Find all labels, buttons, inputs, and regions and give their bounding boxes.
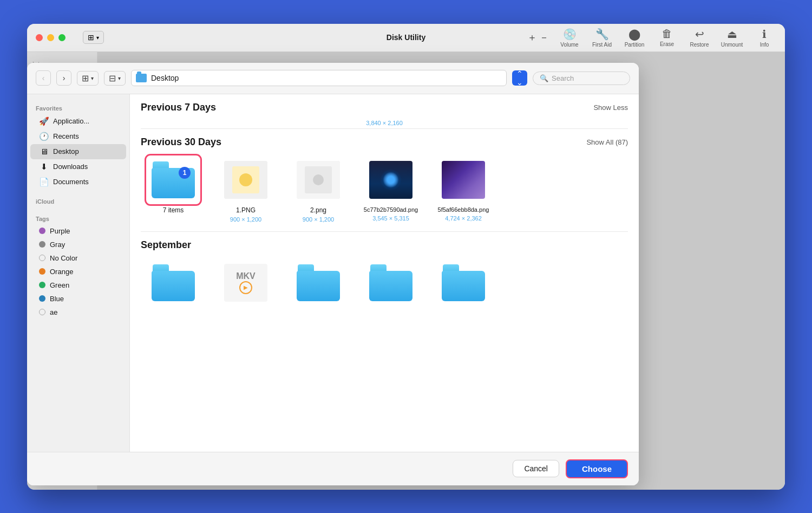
volume-icon: 💿 [563,28,577,41]
icloud-label: iCloud [27,194,129,207]
file-sidebar: Favorites 🚀 Applicatio... 🕐 Recents 🖥 De… [27,94,130,452]
erase-tool[interactable]: 🗑 Erase [655,28,679,47]
location-chevron[interactable]: ⌃⌄ [512,70,527,86]
sep-mkv-thumb-wrap: MKV ▶ [219,258,273,307]
5c77-dims: 3,545 × 5,315 [372,215,409,222]
volume-tool[interactable]: 💿 Volume [558,28,581,48]
sidebar-tag-gray[interactable]: Gray [30,238,126,251]
sidebar-tag-nocolor[interactable]: No Color [30,251,126,265]
sep-folder-4[interactable] [431,258,496,307]
orange-dot [39,268,45,275]
folder-badge: 1 [179,167,191,179]
file-item-1png[interactable]: 1.PNG 900 × 1,200 [213,155,278,223]
title-bar: ⊞ ▾ Disk Utility ＋ － 💿 Volume 🔧 First Ai… [27,24,785,52]
minimize-button[interactable] [47,34,54,41]
location-bar[interactable]: Desktop [131,70,507,86]
orange-label: Orange [50,268,73,276]
downloads-icon: ⬇ [39,162,49,172]
file-content: Previous 7 Days Show Less 3,840 × 2,160 … [130,94,639,452]
file-item-5c77[interactable]: 5c77b2b7590ad.png 3,545 × 5,315 [358,155,423,223]
close-button[interactable] [36,34,43,41]
firstaid-label: First Aid [592,42,612,48]
sidebar-item-applications[interactable]: 🚀 Applicatio... [30,114,126,129]
5c77-thumb [369,161,412,199]
sep-folder4-thumb-wrap [436,258,490,307]
sep-folder1-icon [152,264,195,301]
sidebar-tag-green[interactable]: Green [30,278,126,292]
nocolor-dot [39,255,45,261]
5f5af-thumb-wrap [436,155,490,204]
traffic-lights [36,34,66,41]
unmount-tool[interactable]: ⏏ Unmount [720,28,744,48]
erase-label: Erase [660,41,674,47]
purple-label: Purple [50,227,70,235]
partition-icon: ⬤ [628,28,640,41]
add-icon[interactable]: ＋ [527,31,537,44]
forward-button[interactable]: › [56,70,71,86]
back-button[interactable]: ‹ [36,70,51,86]
sep-folder-2[interactable] [286,258,351,307]
sidebar-item-desktop[interactable]: 🖥 Desktop [30,144,126,159]
sidebar-item-recents[interactable]: 🕐 Recents [30,129,126,144]
sidebar-tag-ae[interactable]: ae [30,306,126,319]
gray-label: Gray [50,241,65,249]
sep-folder-3[interactable] [358,258,423,307]
list-chevron-icon: ▾ [118,75,121,81]
5f5af-name: 5f5af66ebb8da.png [438,206,489,213]
sidebar-tag-orange[interactable]: Orange [30,265,126,278]
grid-icon: ⊞ [82,73,89,83]
info-tool[interactable]: ℹ Info [752,28,776,48]
2png-name: 2.png [310,206,326,214]
sep-mkv-file[interactable]: MKV ▶ [213,258,278,307]
restore-icon: ↩ [695,28,704,41]
prev30-show-link[interactable]: Show All (87) [586,138,628,146]
search-icon: 🔍 [540,74,548,82]
documents-icon: 📄 [39,177,49,187]
maximize-button[interactable] [58,34,66,41]
documents-label: Documents [53,178,89,186]
search-bar[interactable]: 🔍 Search [533,72,630,85]
disk-toolbar: ＋ － 💿 Volume 🔧 First Aid ⬤ Partition 🗑 E… [113,24,776,52]
tags-label: Tags [27,211,129,224]
september-header: September [130,232,639,256]
green-dot [39,282,45,288]
recents-icon: 🕐 [39,132,49,141]
1png-thumb [224,161,267,199]
september-title: September [141,239,191,251]
app-window: ⊞ ▾ Disk Utility ＋ － 💿 Volume 🔧 First Ai… [27,24,785,490]
prev30-files-grid: 1 7 items [130,153,639,231]
2png-thumb [297,161,340,199]
cancel-button[interactable]: Cancel [513,460,559,477]
5c77-name: 5c77b2b7590ad.png [364,206,418,213]
partition-tool[interactable]: ⬤ Partition [623,28,646,48]
minus-icon[interactable]: － [539,31,549,44]
applications-label: Applicatio... [53,117,89,125]
partition-label: Partition [625,42,645,48]
file-item-5f5af[interactable]: 5f5af66ebb8da.png 4,724 × 2,362 [431,155,496,223]
firstaid-tool[interactable]: 🔧 First Aid [590,28,614,48]
2png-thumb-wrap [291,155,345,204]
list-view-toggle[interactable]: ⊟ ▾ [104,71,126,86]
sep-folder-1[interactable] [141,258,206,307]
sidebar-tag-purple[interactable]: Purple [30,224,126,238]
sidebar-tag-blue[interactable]: Blue [30,292,126,306]
sidebar-item-downloads[interactable]: ⬇ Downloads [30,159,126,174]
file-item-folder-7items[interactable]: 1 7 items [141,155,206,223]
prev7-dim-text: 3,840 × 2,160 [130,119,639,128]
ae-label: ae [50,308,57,316]
view-control[interactable]: ⊞ ▾ [83,31,104,44]
sidebar-item-documents[interactable]: 📄 Documents [30,174,126,190]
icon-view-toggle[interactable]: ⊞ ▾ [77,71,99,86]
folder-thumb-wrap: 1 [146,155,200,204]
list-grid-icon: ⊟ [109,73,116,83]
add-remove-buttons[interactable]: ＋ － [527,31,549,44]
prev7-show-link[interactable]: Show Less [593,103,628,112]
choose-button[interactable]: Choose [566,459,628,478]
sep-folder2-body [297,271,340,301]
restore-tool[interactable]: ↩ Restore [687,28,711,48]
sep-folder3-thumb-wrap [364,258,418,307]
file-item-2png[interactable]: 2.png 900 × 1,200 [286,155,351,223]
sep-folder1-thumb-wrap [146,258,200,307]
blue-label: Blue [50,295,64,303]
sep-folder2-icon [297,264,340,301]
